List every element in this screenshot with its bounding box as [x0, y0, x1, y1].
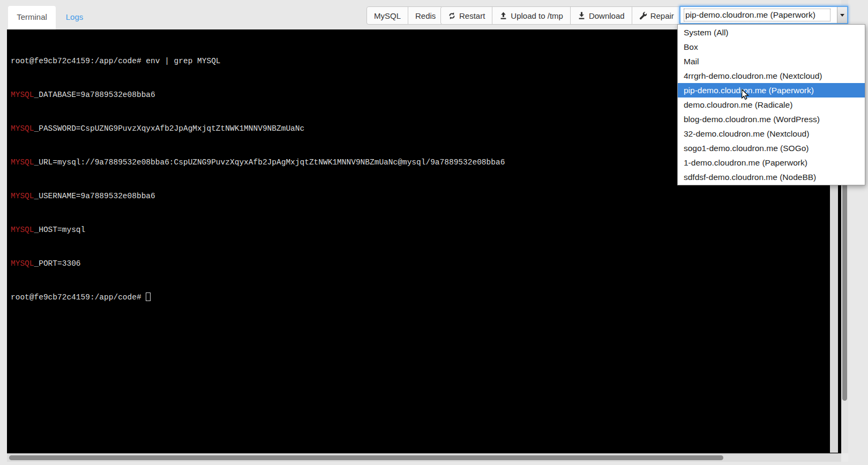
terminal-cursor: [146, 292, 151, 301]
env-value: _PASSWORD=CspUZNG9PuvzXqyxAfb2JpAgMxjqtZ…: [34, 124, 305, 133]
restart-button[interactable]: Restart: [440, 6, 492, 25]
download-button[interactable]: Download: [570, 6, 632, 25]
dropdown-option-box[interactable]: Box: [678, 40, 865, 54]
db-button-group: MySQL Redis: [366, 6, 443, 25]
app-select-arrow-button[interactable]: [837, 7, 847, 23]
restart-button-label: Restart: [459, 11, 485, 20]
app-select-value: pip-demo.cloudron.me (Paperwork): [684, 9, 830, 21]
grep-match: MYSQL: [11, 124, 34, 133]
dropdown-option-demo[interactable]: demo.cloudron.me (Radicale): [678, 98, 865, 112]
scrollbar-corner: [841, 453, 848, 462]
tab-logs[interactable]: Logs: [56, 6, 93, 29]
dropdown-option-mail[interactable]: Mail: [678, 54, 865, 69]
upload-icon: [499, 12, 507, 20]
action-button-group: Restart Upload to /tmp Download Repair: [440, 6, 682, 25]
terminal-command-line: root@fe9cb72c4159:/app/code# env | grep …: [11, 57, 221, 65]
upload-button[interactable]: Upload to /tmp: [492, 6, 571, 25]
repair-icon: [639, 12, 647, 20]
dropdown-option-sogo1-demo[interactable]: sogo1-demo.cloudron.me (SOGo): [678, 141, 865, 155]
dropdown-option-1-demo[interactable]: 1-demo.cloudron.me (Paperwork): [678, 155, 865, 170]
app-select-dropdown: System (All) Box Mail 4rrgrh-demo.cloudr…: [677, 24, 865, 185]
env-value: _HOST=mysql: [34, 226, 86, 234]
mysql-button[interactable]: MySQL: [366, 6, 408, 25]
chevron-down-icon: [840, 14, 844, 17]
upload-button-label: Upload to /tmp: [511, 11, 563, 20]
dropdown-option-pip-demo-selected[interactable]: pip-demo.cloudron.me (Paperwork): [678, 83, 865, 98]
download-icon: [578, 12, 586, 20]
env-value: _PORT=3306: [34, 259, 81, 268]
grep-match: MYSQL: [11, 192, 34, 200]
horizontal-scrollbar-thumb[interactable]: [9, 455, 723, 460]
terminal-line: MYSQL_PORT=3306: [11, 258, 825, 269]
restart-icon: [448, 12, 456, 20]
dropdown-option-32-demo[interactable]: 32-demo.cloudron.me (Nextcloud): [678, 126, 865, 141]
app-terminal-page: { "header": { "tabs": [ { "label": "Term…: [0, 0, 868, 465]
dropdown-option-sdfdsf-demo[interactable]: sdfdsf-demo.cloudron.me (NodeBB): [678, 170, 865, 184]
env-value: _USERNAME=9a7889532e08bba6: [34, 192, 155, 200]
dropdown-option-system[interactable]: System (All): [678, 25, 865, 40]
env-value: _DATABASE=9a7889532e08bba6: [34, 91, 155, 99]
app-select[interactable]: pip-demo.cloudron.me (Paperwork): [679, 6, 848, 24]
download-button-label: Download: [589, 11, 625, 20]
env-value: _URL=mysql://9a7889532e08bba6:CspUZNG9Pu…: [34, 158, 505, 167]
dropdown-option-4rrgrh-demo[interactable]: 4rrgrh-demo.cloudron.me (Nextcloud): [678, 69, 865, 83]
terminal-line: MYSQL_HOST=mysql: [11, 224, 825, 236]
terminal-prompt: root@fe9cb72c4159:/app/code#: [11, 293, 146, 302]
terminal-line: MYSQL_USERNAME=9a7889532e08bba6: [11, 191, 825, 202]
page-horizontal-scrollbar[interactable]: [7, 453, 841, 462]
repair-button-label: Repair: [650, 11, 674, 20]
grep-match: MYSQL: [11, 158, 34, 167]
terminal-line: root@fe9cb72c4159:/app/code#: [11, 292, 825, 303]
redis-button[interactable]: Redis: [408, 6, 443, 25]
grep-match: MYSQL: [11, 226, 34, 234]
grep-match: MYSQL: [11, 259, 34, 268]
dropdown-option-blog-demo[interactable]: blog-demo.cloudron.me (WordPress): [678, 112, 865, 126]
repair-button[interactable]: Repair: [632, 6, 682, 25]
grep-match: MYSQL: [11, 91, 34, 99]
tab-terminal[interactable]: Terminal: [8, 6, 56, 29]
